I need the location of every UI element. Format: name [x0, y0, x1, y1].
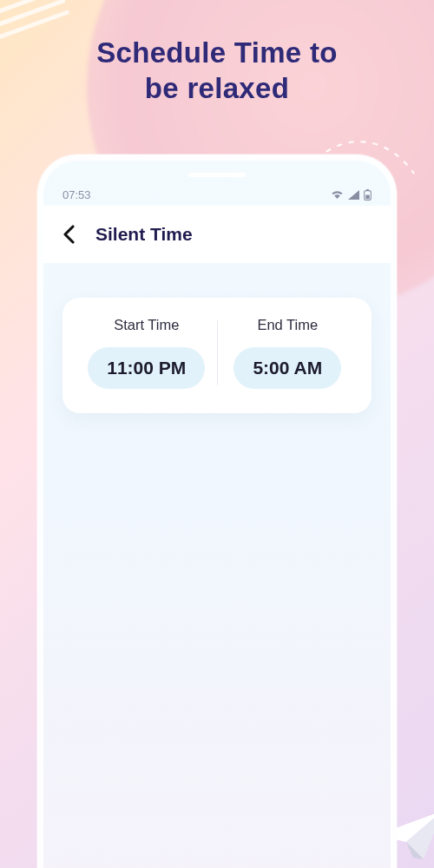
promo-headline: Schedule Time to be relaxed: [0, 35, 434, 107]
headline-line2: be relaxed: [145, 72, 289, 104]
content-area: Start Time 11:00 PM End Time 5:00 AM: [43, 263, 391, 868]
status-time: 07:53: [62, 188, 91, 201]
phone-frame: 07:53 Silent Time Start Time 11:00 PM En…: [37, 155, 397, 868]
app-header: Silent Time: [43, 206, 391, 263]
signal-icon: [348, 190, 359, 200]
status-icons: [331, 189, 372, 201]
page-title: Silent Time: [95, 224, 193, 245]
chevron-left-icon: [62, 225, 76, 244]
headline-line1: Schedule Time to: [96, 36, 337, 69]
svg-rect-6: [365, 194, 370, 199]
wifi-icon: [331, 189, 344, 200]
start-time-picker[interactable]: 11:00 PM: [88, 347, 205, 389]
end-time-picker[interactable]: 5:00 AM: [233, 347, 341, 389]
end-time-label: End Time: [257, 317, 318, 333]
svg-marker-3: [348, 190, 359, 200]
battery-icon: [364, 189, 372, 201]
start-time-column: Start Time 11:00 PM: [76, 317, 217, 389]
phone-notch: [188, 173, 246, 177]
start-time-label: Start Time: [114, 317, 179, 333]
end-time-column: End Time 5:00 AM: [218, 317, 358, 389]
back-button[interactable]: [56, 217, 82, 252]
silent-time-card: Start Time 11:00 PM End Time 5:00 AM: [62, 298, 372, 413]
status-bar: 07:53: [43, 185, 391, 204]
